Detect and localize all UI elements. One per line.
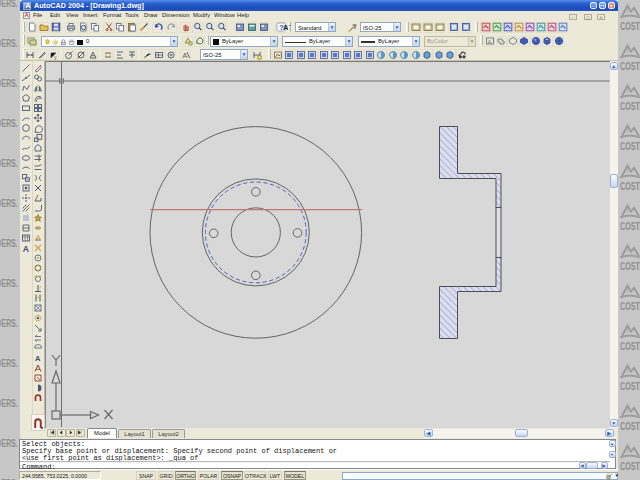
svg-text:A: A (35, 354, 41, 363)
svg-text:A: A (182, 52, 187, 59)
svg-text:A: A (23, 244, 29, 254)
svg-text:y: y (54, 54, 57, 60)
svg-text:A: A (487, 39, 491, 45)
